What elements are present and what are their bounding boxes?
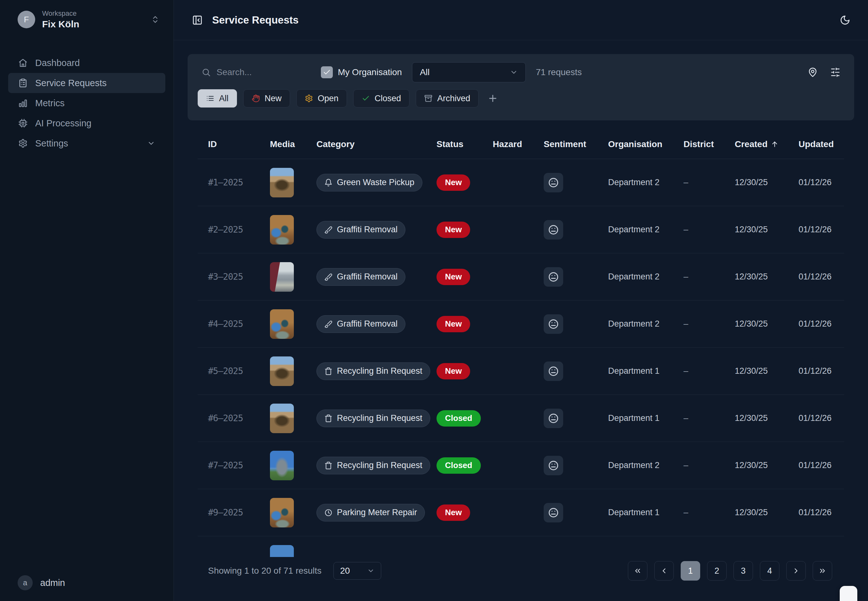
meh-face-icon xyxy=(548,224,559,235)
search-box xyxy=(201,67,321,77)
table-row[interactable]: #2–2025Graffiti RemovalNewDepartment 2–1… xyxy=(198,206,844,253)
advanced-filters-icon[interactable] xyxy=(830,67,841,77)
sidebar: F Workspace Fix Köln DashboardService Re… xyxy=(0,0,174,601)
filter-tab-label: Open xyxy=(318,94,338,104)
sidebar-item-ai-processing[interactable]: AI Processing xyxy=(8,113,165,133)
column-header-media[interactable]: Media xyxy=(270,139,317,149)
table-row[interactable]: #1–2025Green Waste PickupNewDepartment 2… xyxy=(198,159,844,206)
page-button-4[interactable]: 4 xyxy=(760,561,780,581)
workspace-switcher[interactable]: F Workspace Fix Köln xyxy=(0,0,174,38)
media-thumbnail[interactable] xyxy=(270,498,294,528)
sidebar-item-label: Metrics xyxy=(35,98,64,108)
sentiment-indicator xyxy=(544,220,563,239)
media-thumbnail[interactable] xyxy=(270,309,294,339)
trash-icon xyxy=(324,461,332,470)
first-page-button[interactable] xyxy=(628,561,647,581)
chevron-right-icon xyxy=(792,567,800,575)
column-header-label: Updated xyxy=(798,139,834,149)
filter-tab-closed[interactable]: Closed xyxy=(353,89,410,107)
media-thumbnail[interactable] xyxy=(270,357,294,386)
sentiment-indicator xyxy=(544,362,563,381)
column-header-updated[interactable]: Updated xyxy=(798,139,844,149)
sidebar-item-settings[interactable]: Settings xyxy=(8,133,165,153)
table-row[interactable]: #7–2025Recycling Bin RequestClosedDepart… xyxy=(198,442,844,489)
sidebar-item-label: Dashboard xyxy=(35,58,80,68)
column-header-created[interactable]: Created xyxy=(735,139,798,149)
page-button-2[interactable]: 2 xyxy=(707,561,726,581)
district-cell: – xyxy=(684,225,735,235)
chat-widget-button[interactable] xyxy=(840,586,857,601)
sentiment-indicator xyxy=(544,409,563,428)
filter-tab-open[interactable]: Open xyxy=(296,89,347,107)
column-header-district[interactable]: District xyxy=(684,139,735,149)
status-badge: Closed xyxy=(437,410,481,427)
last-page-button[interactable] xyxy=(813,561,832,581)
sidebar-item-metrics[interactable]: Metrics xyxy=(8,93,165,113)
sidebar-item-dashboard[interactable]: Dashboard xyxy=(8,53,165,73)
trash-icon xyxy=(324,414,332,423)
workspace-avatar: F xyxy=(18,11,35,28)
sidebar-item-label: Settings xyxy=(35,138,68,149)
filter-tab-all[interactable]: All xyxy=(198,89,237,107)
organisation-cell: Department 2 xyxy=(608,178,684,187)
user-avatar: a xyxy=(18,575,33,590)
category-badge: Green Waste Pickup xyxy=(317,174,422,191)
category-badge: Recycling Bin Request xyxy=(317,457,430,474)
sentiment-indicator xyxy=(544,267,563,287)
filter-tab-archived[interactable]: Archived xyxy=(416,89,479,107)
media-thumbnail[interactable] xyxy=(270,262,294,292)
updated-cell: 01/12/26 xyxy=(798,272,844,282)
media-thumbnail[interactable] xyxy=(270,451,294,480)
column-header-organisation[interactable]: Organisation xyxy=(608,139,684,149)
status-badge: New xyxy=(437,174,470,191)
created-cell: 12/30/25 xyxy=(735,461,798,470)
meh-face-icon xyxy=(548,177,559,188)
media-thumbnail[interactable] xyxy=(270,545,294,557)
column-header-hazard[interactable]: Hazard xyxy=(493,139,544,149)
trash-icon xyxy=(324,367,332,375)
my-organisation-filter[interactable]: My Organisation xyxy=(321,66,402,78)
table-row[interactable]: #3–2025Graffiti RemovalNewDepartment 2–1… xyxy=(198,253,844,300)
search-icon xyxy=(201,67,211,77)
sidebar-collapse-icon[interactable] xyxy=(192,15,203,26)
meh-face-icon xyxy=(548,507,559,518)
column-header-status[interactable]: Status xyxy=(437,139,493,149)
table-row[interactable]: #4–2025Graffiti RemovalNewDepartment 2–1… xyxy=(198,300,844,348)
my-organisation-checkbox[interactable] xyxy=(321,66,333,78)
column-header-label: Category xyxy=(317,139,355,149)
dark-mode-toggle-icon[interactable] xyxy=(840,15,850,26)
column-header-sentiment[interactable]: Sentiment xyxy=(544,139,608,149)
search-input[interactable] xyxy=(216,67,305,77)
chevrons-up-down-icon xyxy=(151,15,160,24)
filter-tab-new[interactable]: New xyxy=(243,89,290,107)
request-id: #5–2025 xyxy=(198,366,270,376)
page-button-1[interactable]: 1 xyxy=(681,561,700,581)
organisation-select[interactable]: All xyxy=(412,62,526,82)
page-size-select[interactable]: 20 xyxy=(333,562,381,580)
add-filter-tab-button[interactable] xyxy=(487,93,498,104)
category-badge: Graffiti Removal xyxy=(317,268,405,286)
table-row[interactable] xyxy=(198,536,844,557)
column-header-id[interactable]: ID xyxy=(198,139,270,149)
content: My Organisation All 71 requests AllNewOp… xyxy=(174,40,868,601)
media-thumbnail[interactable] xyxy=(270,404,294,433)
table-row[interactable]: #5–2025Recycling Bin RequestNewDepartmen… xyxy=(198,348,844,395)
workspace-label: Workspace xyxy=(42,9,144,18)
sidebar-item-service-requests[interactable]: Service Requests xyxy=(8,73,165,93)
next-page-button[interactable] xyxy=(786,561,806,581)
brush-icon xyxy=(324,273,332,281)
column-header-category[interactable]: Category xyxy=(317,139,437,149)
page-button-3[interactable]: 3 xyxy=(734,561,753,581)
media-thumbnail[interactable] xyxy=(270,215,294,244)
table-row[interactable]: #6–2025Recycling Bin RequestClosedDepart… xyxy=(198,395,844,442)
user-menu[interactable]: a admin xyxy=(0,566,174,601)
chevron-left-icon xyxy=(660,567,668,575)
table-row[interactable]: #9–2025Parking Meter RepairNewDepartment… xyxy=(198,489,844,536)
user-name: admin xyxy=(40,578,65,588)
previous-page-button[interactable] xyxy=(654,561,674,581)
media-thumbnail[interactable] xyxy=(270,168,294,197)
organisation-cell: Department 2 xyxy=(608,272,684,282)
map-view-icon[interactable] xyxy=(808,67,818,77)
category-label: Recycling Bin Request xyxy=(337,461,422,470)
sidebar-nav: DashboardService RequestsMetricsAI Proce… xyxy=(0,53,174,153)
